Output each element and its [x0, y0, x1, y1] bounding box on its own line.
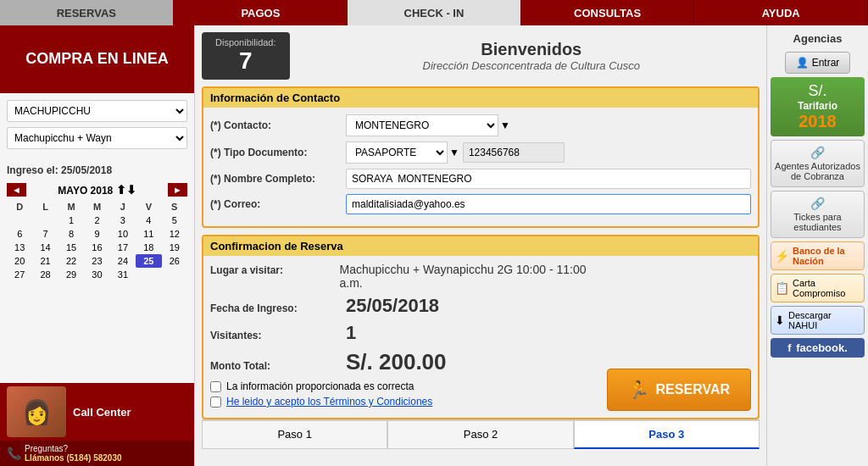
tipo-doc-select[interactable]: PASAPORTE — [346, 141, 448, 164]
logo-area: COMPRA EN LINEA — [0, 25, 194, 93]
call-center-label: Call Center — [73, 406, 131, 419]
checkbox1-row: La información proporcionada es correcta — [210, 380, 600, 392]
cal-day[interactable]: 9 — [84, 227, 109, 241]
nombre-row: (*) Nombre Completo: — [210, 169, 751, 189]
cal-day[interactable]: 16 — [84, 241, 109, 254]
info-correcta-checkbox[interactable] — [210, 381, 221, 392]
cal-day[interactable]: 31 — [110, 268, 136, 281]
monto-row: Monto Total: S/. 200.00 — [210, 349, 600, 375]
cal-day[interactable]: 15 — [58, 241, 84, 254]
cal-day[interactable]: 25 — [136, 254, 161, 268]
visitantes-value: 1 — [346, 322, 356, 344]
banco-icon: ⚡ — [775, 249, 789, 263]
reservar-button[interactable]: 🏃 RESERVAR — [607, 369, 751, 411]
tickets-button[interactable]: 🔗 Tickes para estudiantes — [771, 191, 865, 238]
cal-day[interactable]: 3 — [110, 214, 136, 227]
cal-header-d: D — [7, 200, 32, 214]
checkbox1-label: La información proporcionada es correcta — [226, 380, 414, 392]
cal-day[interactable]: 18 — [136, 241, 161, 254]
tickets-label: Tickes para estudiantes — [775, 212, 860, 232]
cal-day — [136, 268, 161, 281]
carta-icon: 📋 — [775, 281, 789, 295]
cal-day[interactable]: 26 — [162, 254, 187, 268]
tipo-doc-label: (*) Tipo Documento: — [210, 147, 346, 158]
cal-next-button[interactable]: ► — [168, 183, 187, 197]
top-navigation: RESERVAS PAGOS CHECK - IN CONSULTAS AYUD… — [0, 0, 868, 25]
cal-day[interactable]: 27 — [7, 268, 32, 281]
doc-number-input[interactable] — [463, 142, 565, 163]
bottom-steps: Paso 1 Paso 2 Paso 3 — [202, 419, 760, 449]
cal-day[interactable]: 28 — [32, 268, 58, 281]
fecha-label: Fecha de Ingreso: — [210, 302, 346, 314]
cal-day[interactable]: 5 — [162, 214, 187, 227]
facebook-icon: f — [787, 341, 791, 354]
cal-day[interactable]: 20 — [7, 254, 32, 268]
cal-prev-button[interactable]: ◄ — [7, 183, 26, 197]
tab-consultas[interactable]: CONSULTAS — [521, 0, 695, 25]
cal-day[interactable]: 1 — [58, 214, 84, 227]
cal-day[interactable]: 13 — [7, 241, 32, 254]
terminos-link[interactable]: He leido y acepto los Términos y Condici… — [226, 396, 432, 408]
tarifario-box[interactable]: S/. Tarifario 2018 — [771, 77, 865, 136]
cal-day[interactable]: 8 — [58, 227, 84, 241]
tab-pagos[interactable]: PAGOS — [175, 0, 348, 25]
nombre-input[interactable] — [346, 169, 751, 189]
cal-day[interactable]: 10 — [110, 227, 136, 241]
entrar-button[interactable]: 👤 Entrar — [785, 52, 851, 74]
cal-header-v: V — [136, 200, 161, 214]
visitantes-label: Visitantes: — [210, 330, 346, 341]
tickets-icon: 🔗 — [810, 197, 825, 210]
carta-button[interactable]: 📋 Carta Compromiso — [771, 274, 865, 302]
cal-day[interactable]: 4 — [136, 214, 161, 227]
entrar-label: Entrar — [812, 57, 840, 69]
cal-header-m2: M — [84, 200, 109, 214]
monto-label: Monto Total: — [210, 360, 346, 372]
cal-day[interactable]: 2 — [84, 214, 109, 227]
tab-check-in[interactable]: CHECK - IN — [348, 0, 521, 25]
paso1-button[interactable]: Paso 1 — [202, 420, 387, 449]
cal-day[interactable]: 12 — [162, 227, 187, 241]
descargar-button[interactable]: ⬇ Descargar NAHUI — [771, 306, 865, 335]
fecha-value: 25/05/2018 — [346, 295, 439, 317]
cal-day[interactable]: 21 — [32, 254, 58, 268]
place-select[interactable]: MACHUPICCHU — [7, 100, 187, 122]
cal-day[interactable]: 22 — [58, 254, 84, 268]
cal-day[interactable]: 23 — [84, 254, 109, 268]
cal-day[interactable]: 6 — [7, 227, 32, 241]
nombre-label: (*) Nombre Completo: — [210, 173, 346, 185]
cal-day — [162, 268, 187, 281]
paso3-button[interactable]: Paso 3 — [574, 420, 760, 449]
banco-button[interactable]: ⚡ Banco de la Nación — [771, 241, 865, 270]
cal-day[interactable]: 30 — [84, 268, 109, 281]
cal-header-l: L — [32, 200, 58, 214]
cal-day[interactable]: 14 — [32, 241, 58, 254]
tarifario-label: Tarifario — [776, 100, 860, 112]
facebook-button[interactable]: f facebook. — [771, 338, 865, 358]
cal-day[interactable]: 17 — [110, 241, 136, 254]
ingreso-label: Ingreso el: 25/05/2018 — [0, 161, 194, 180]
cal-day[interactable]: 11 — [136, 227, 161, 241]
terminos-checkbox[interactable] — [210, 397, 221, 408]
contacto-row: (*) Contacto: MONTENEGRO ▼ — [210, 114, 751, 136]
contact-section-title: Información de Contacto — [203, 88, 758, 108]
contacto-label: (*) Contacto: — [210, 119, 346, 131]
reservar-area: 🏃 RESERVAR — [600, 263, 751, 411]
correo-input[interactable] — [346, 194, 751, 214]
lugar-value: Machupicchu + Waynapicchu 2G 10:00 - 11:… — [340, 263, 600, 290]
cal-day[interactable]: 7 — [32, 227, 58, 241]
route-select[interactable]: Machupicchu + Wayn — [7, 127, 187, 149]
agentes-button[interactable]: 🔗 Agentes Autorizados de Cobranza — [771, 140, 865, 187]
correo-row: (*) Correo: — [210, 194, 751, 214]
confirmation-section: Confirmacion de Reserva Lugar a visitar:… — [202, 235, 760, 419]
tab-reservas[interactable]: RESERVAS — [0, 0, 175, 25]
cal-day[interactable]: 29 — [58, 268, 84, 281]
tab-ayuda[interactable]: AYUDA — [694, 0, 868, 25]
cal-header-s: S — [162, 200, 187, 214]
contacto-select-wrap: MONTENEGRO ▼ — [346, 114, 510, 136]
cal-day[interactable]: 19 — [162, 241, 187, 254]
contacto-select[interactable]: MONTENEGRO — [346, 114, 498, 136]
cal-month-year: MAYO 2018 ⬆⬇ — [58, 183, 136, 197]
tipo-doc-row: (*) Tipo Documento: PASAPORTE ▼ — [210, 141, 751, 164]
cal-day[interactable]: 24 — [110, 254, 136, 268]
paso2-button[interactable]: Paso 2 — [387, 420, 573, 449]
